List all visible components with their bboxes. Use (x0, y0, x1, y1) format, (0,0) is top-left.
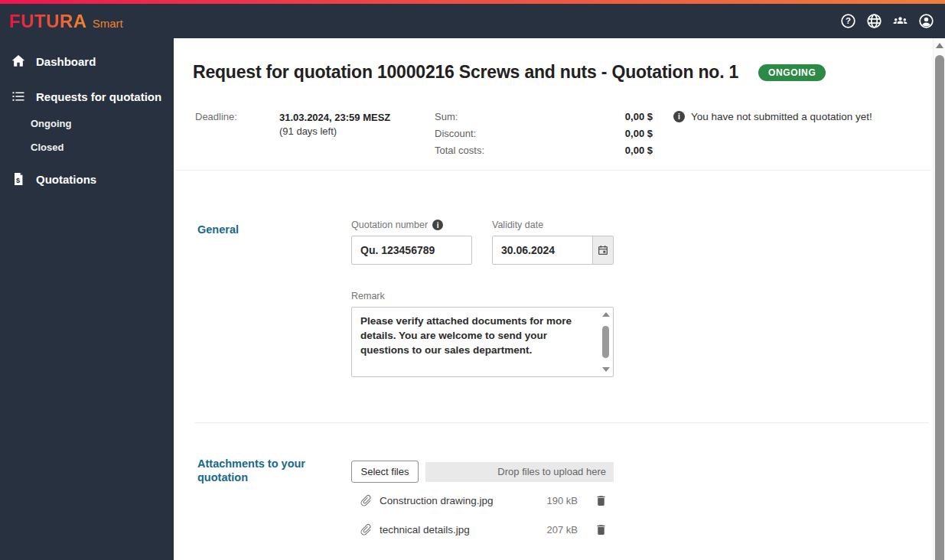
total-costs-value: 0,00 $ (625, 145, 653, 156)
page-title: Request for quotation 10000216 Screws an… (193, 62, 738, 83)
sidebar-item-closed[interactable]: Closed (0, 135, 174, 159)
file-row: Construction drawing.jpg 190 kB (360, 493, 608, 509)
account-icon[interactable] (917, 13, 934, 30)
scroll-up-arrow[interactable] (602, 312, 610, 317)
users-icon[interactable] (891, 13, 908, 30)
general-section-heading: General (197, 223, 239, 236)
help-icon[interactable]: ? (839, 13, 856, 30)
sidebar-subitem-label: Ongoing (31, 118, 71, 129)
scrollbar-thumb[interactable] (602, 326, 609, 358)
sidebar-item-label: Dashboard (36, 55, 96, 68)
file-name[interactable]: Construction drawing.jpg (380, 495, 547, 506)
validity-date-wrap (492, 236, 614, 265)
sidebar-item-quotations[interactable]: $ Quotations (0, 164, 174, 194)
attachments-section-heading: Attachments to your quotation (197, 457, 327, 484)
quotation-number-input[interactable] (351, 236, 472, 265)
file-dropzone[interactable]: Drop files to upload here (425, 462, 614, 482)
sidebar-item-dashboard[interactable]: Dashboard (0, 46, 174, 77)
file-name[interactable]: technical details.jpg (380, 524, 547, 536)
trash-icon (595, 523, 608, 536)
scroll-up-arrow[interactable] (936, 43, 943, 48)
sidebar-item-label: Requests for quotation (36, 90, 161, 103)
upload-row: Select files Drop files to upload here (351, 461, 614, 483)
svg-text:?: ? (846, 16, 851, 25)
sidebar: Dashboard Requests for quotation Ongoing… (0, 38, 174, 560)
svg-text:$: $ (16, 177, 20, 184)
total-costs-row: Total costs: 0,00 $ (435, 145, 653, 156)
paperclip-icon (357, 520, 375, 539)
sum-label: Sum: (435, 111, 458, 122)
delete-file-button[interactable] (594, 523, 608, 537)
remark-label-row: Remark (351, 291, 614, 301)
calendar-icon (597, 244, 609, 256)
logo-primary: FUTURA (9, 11, 87, 32)
main-content: Request for quotation 10000216 Screws an… (174, 38, 933, 560)
title-row: Request for quotation 10000216 Screws an… (193, 62, 826, 83)
validity-date-label-row: Validity date (492, 220, 614, 230)
deadline-datetime: 31.03.2024, 23:59 MESZ (279, 112, 390, 123)
calendar-button[interactable] (592, 236, 613, 264)
deadline-value: 31.03.2024, 23:59 MESZ (91 days left) (279, 111, 435, 138)
remark-scrollbar[interactable] (599, 308, 612, 376)
header-icons: ? (839, 13, 934, 30)
app-logo: FUTURA Smart (9, 11, 123, 32)
sidebar-item-requests-for-quotation[interactable]: Requests for quotation (0, 81, 174, 112)
receipt-dollar-icon: $ (11, 171, 26, 187)
page-scrollbar[interactable] (933, 38, 945, 560)
app-header: FUTURA Smart ? (0, 4, 945, 38)
scrollbar-thumb[interactable] (935, 55, 944, 560)
quotation-number-field-group: Quotation number i (351, 220, 472, 265)
quotation-number-label: Quotation number (351, 220, 428, 230)
info-icon[interactable]: i (432, 220, 443, 230)
totals-block: Sum: 0,00 $ Discount: 0,00 $ Total costs… (435, 111, 653, 161)
section-divider (195, 422, 929, 423)
info-icon: i (673, 111, 685, 122)
sidebar-item-label: Quotations (36, 173, 96, 186)
logo-secondary: Smart (93, 17, 123, 30)
delete-file-button[interactable] (594, 494, 608, 508)
trash-icon (595, 494, 608, 507)
sum-value: 0,00 $ (625, 111, 653, 122)
select-files-button[interactable]: Select files (351, 461, 419, 483)
total-costs-label: Total costs: (435, 145, 484, 156)
file-row: technical details.jpg 207 kB (360, 522, 608, 538)
discount-label: Discount: (435, 128, 476, 139)
remark-wrap: Please verify attached documents for mor… (351, 307, 614, 377)
remark-field-group: Remark Please verify attached documents … (351, 291, 614, 377)
attachment-file-list: Construction drawing.jpg 190 kB technica… (360, 493, 608, 551)
remark-textarea[interactable]: Please verify attached documents for mor… (352, 308, 613, 376)
notice-text: You have not submitted a quotation yet! (691, 111, 872, 122)
globe-icon[interactable] (865, 13, 882, 30)
file-size: 190 kB (547, 495, 578, 506)
file-size: 207 kB (547, 524, 578, 536)
paperclip-icon (357, 491, 375, 510)
deadline-label: Deadline: (195, 111, 279, 122)
list-icon (11, 89, 26, 104)
sidebar-subitem-label: Closed (31, 142, 64, 153)
sum-row: Sum: 0,00 $ (435, 111, 653, 122)
validity-date-label: Validity date (492, 220, 543, 230)
home-icon (11, 54, 26, 69)
section-divider (176, 170, 931, 171)
summary-row: Deadline: 31.03.2024, 23:59 MESZ (91 day… (195, 111, 872, 161)
scroll-down-arrow[interactable] (602, 367, 610, 372)
no-quotation-notice: i You have not submitted a quotation yet… (673, 111, 872, 122)
validity-date-field-group: Validity date (492, 220, 614, 265)
deadline-days-left: (91 days left) (279, 125, 337, 137)
status-badge: ONGOING (758, 64, 826, 81)
validity-date-input[interactable] (493, 236, 592, 264)
discount-row: Discount: 0,00 $ (435, 128, 653, 139)
sidebar-item-ongoing[interactable]: Ongoing (0, 112, 174, 135)
quotation-number-label-row: Quotation number i (351, 220, 472, 230)
remark-label: Remark (351, 291, 385, 301)
discount-value: 0,00 $ (625, 128, 653, 139)
